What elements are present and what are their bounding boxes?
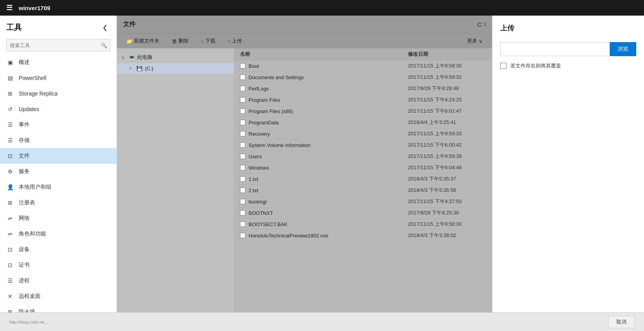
roles-icon: ⇌	[6, 230, 14, 238]
chevron-down-icon: ∨	[479, 38, 483, 44]
table-row[interactable]: BOOTNXT2017/9/29 下午8:25:30	[234, 207, 492, 219]
sidebar-item-local-users[interactable]: 👤本地用户和组	[0, 179, 116, 195]
file-name: Program Files	[249, 97, 280, 103]
upload-file-input[interactable]	[500, 42, 610, 56]
sidebar-item-remote-desktop[interactable]: ✕远程桌面	[0, 289, 116, 304]
table-row[interactable]: BOOTSECT.BAK2017/11/15 上午9:58:30	[234, 219, 492, 230]
sidebar-item-firewall[interactable]: ⊞防火墙	[0, 304, 116, 312]
file-checkbox[interactable]	[240, 63, 245, 69]
file-name: Program Files (x86)	[249, 108, 293, 114]
files-icon: ⊡	[6, 152, 14, 160]
sidebar-item-storage-replica[interactable]: ⊞Storage Replica	[0, 86, 116, 101]
table-row[interactable]: System Volume Information2017/11/15 下午6:…	[234, 140, 492, 151]
file-date: 2017/11/15 下午6:00:42	[408, 142, 486, 149]
table-row[interactable]: Program Files (x86)2017/11/15 下午6:01:47	[234, 106, 492, 117]
download-button[interactable]: ↓ 下载	[198, 36, 219, 46]
tree-expand-icon: ∨	[122, 55, 126, 60]
tree-item[interactable]: ∨💻此电脑	[117, 51, 234, 63]
file-checkbox[interactable]	[240, 154, 245, 159]
table-row[interactable]: 2.txt2018/4/3 下午5:35:58	[234, 185, 492, 196]
sidebar-item-label-files: 文件	[19, 152, 30, 159]
sidebar-item-label-storage-replica: Storage Replica	[19, 90, 58, 97]
table-row[interactable]: 1.txt2018/4/3 下午5:35:37	[234, 173, 492, 185]
table-row[interactable]: Program Files2017/11/15 下午4:24:25	[234, 94, 492, 106]
sidebar-item-roles[interactable]: ⇌角色和功能	[0, 226, 116, 242]
table-row[interactable]: HonoluluTechnicalPreview1802.msi2018/4/3…	[234, 230, 492, 241]
sidebar-item-network[interactable]: ⇌网络	[0, 211, 116, 226]
file-name: ProgramData	[249, 120, 279, 126]
sidebar-item-storage[interactable]: ☰存储	[0, 133, 116, 148]
sidebar-item-label-powershell: PowerShell	[19, 75, 46, 81]
sidebar-item-processes[interactable]: ☰进程	[0, 273, 116, 289]
upload-panel: 上传 浏览 若文件存在则将其覆盖	[492, 16, 644, 312]
table-row[interactable]: Recovery2017/11/15 上午9:59:33	[234, 128, 492, 140]
file-name: BOOTSECT.BAK	[249, 221, 288, 227]
sidebar-item-label-local-users: 本地用户和组	[19, 184, 51, 191]
sidebar-item-certificates[interactable]: ⊡证书	[0, 257, 116, 273]
browse-button[interactable]: 浏览	[610, 42, 636, 56]
sidebar-collapse-button[interactable]: ❮	[99, 22, 110, 33]
sidebar-item-powershell[interactable]: ▤PowerShell	[0, 70, 116, 86]
sidebar-nav: ▣概述▤PowerShell⊞Storage Replica↺Updates☰事…	[0, 55, 116, 312]
file-checkbox[interactable]	[240, 108, 245, 114]
file-date: 2017/11/15 下午4:24:25	[408, 96, 486, 103]
powershell-icon: ▤	[6, 74, 14, 82]
file-panel-title: 文件	[123, 20, 136, 28]
file-checkbox[interactable]	[240, 199, 245, 204]
sidebar-item-services[interactable]: ⚙服务	[0, 164, 116, 179]
file-checkbox[interactable]	[240, 233, 245, 238]
sidebar-item-label-overview: 概述	[19, 59, 30, 66]
updates-icon: ↺	[6, 105, 14, 113]
file-checkbox[interactable]	[240, 97, 245, 103]
sidebar: 工具 ❮ 🔍 ▣概述▤PowerShell⊞Storage Replica↺Up…	[0, 16, 117, 312]
sidebar-title: 工具	[6, 22, 22, 33]
file-checkbox[interactable]	[240, 142, 245, 148]
search-input[interactable]	[6, 39, 110, 51]
cancel-button[interactable]: 取消	[608, 316, 635, 328]
tree-item-icon: 💾	[136, 65, 143, 71]
sidebar-item-devices[interactable]: ⊡设备	[0, 242, 116, 257]
network-icon: ⇌	[6, 214, 14, 222]
file-checkbox[interactable]	[240, 74, 245, 80]
file-checkbox[interactable]	[240, 165, 245, 170]
sidebar-item-files[interactable]: ⊡文件	[0, 148, 116, 164]
file-checkbox[interactable]	[240, 86, 245, 91]
table-row[interactable]: PerfLogs2017/9/29 下午8:28:48	[234, 83, 492, 94]
upload-icon: ↑	[228, 38, 231, 44]
sidebar-item-registry[interactable]: ⊞注册表	[0, 195, 116, 211]
registry-icon: ⊞	[6, 199, 14, 207]
sidebar-item-label-processes: 进程	[19, 277, 30, 284]
file-date: 2017/11/15 下午6:01:47	[408, 108, 486, 115]
file-checkbox[interactable]	[240, 131, 245, 136]
upload-button[interactable]: ↑ 上传	[225, 36, 245, 46]
firewall-icon: ⊞	[6, 308, 14, 312]
sidebar-item-events[interactable]: ☰事件	[0, 117, 116, 133]
file-checkbox[interactable]	[240, 210, 245, 216]
file-checkbox[interactable]	[240, 188, 245, 193]
sidebar-item-label-devices: 设备	[19, 246, 30, 253]
tree-item-label: 此电脑	[137, 54, 152, 61]
search-icon[interactable]: 🔍	[101, 42, 107, 48]
table-row[interactable]: Users2017/11/15 上午9:59:39	[234, 151, 492, 162]
overwrite-checkbox[interactable]	[500, 63, 506, 69]
sidebar-item-label-remote-desktop: 远程桌面	[19, 293, 41, 300]
tree-item[interactable]: >💾(C:)	[117, 63, 234, 74]
table-row[interactable]: ProgramData2018/4/4 上午3:25:41	[234, 117, 492, 128]
table-row[interactable]: bootmgr2017/11/15 下午4:37:50	[234, 196, 492, 207]
table-row[interactable]: Boot2017/11/15 上午9:58:30	[234, 60, 492, 72]
table-row[interactable]: Documents and Settings2017/11/15 上午9:59:…	[234, 72, 492, 83]
file-name: HonoluluTechnicalPreview1802.msi	[249, 233, 328, 239]
hamburger-icon[interactable]: ☰	[6, 4, 12, 12]
file-checkbox[interactable]	[240, 221, 245, 227]
file-date: 2018/4/3 下午3:38:02	[408, 232, 486, 239]
file-checkbox[interactable]	[240, 120, 245, 125]
sidebar-item-overview[interactable]: ▣概述	[0, 55, 116, 70]
file-checkbox[interactable]	[240, 176, 245, 182]
sidebar-item-updates[interactable]: ↺Updates	[0, 101, 116, 117]
file-name: bootmgr	[249, 199, 267, 205]
new-folder-button[interactable]: 📁 新建文件夹	[123, 36, 162, 46]
delete-button[interactable]: 🗑 删除	[169, 36, 192, 46]
bottom-bar: http://blog.csdn.ne... 取消	[0, 312, 644, 331]
more-button[interactable]: 更多 ∨	[464, 36, 486, 46]
table-row[interactable]: Windows2017/11/15 下午6:04:48	[234, 162, 492, 173]
